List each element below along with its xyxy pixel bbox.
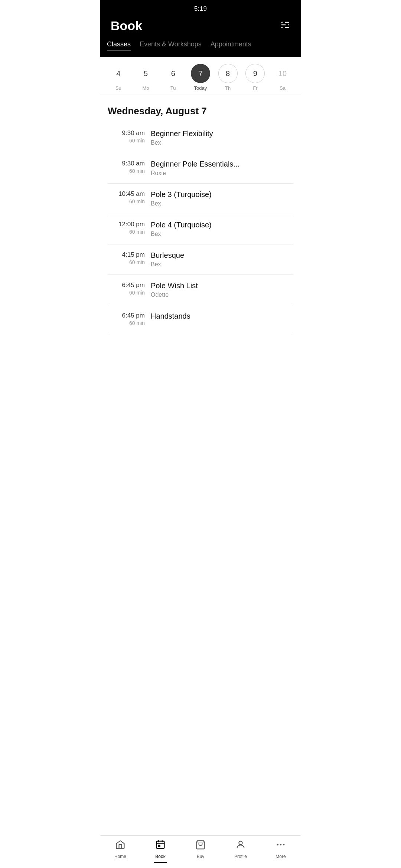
date-label-fr: Fr <box>253 85 257 91</box>
class-info-4: Burlesque Bex <box>151 251 293 268</box>
svg-rect-7 <box>158 845 160 847</box>
class-info-0: Beginner Flexibility Bex <box>151 129 293 146</box>
date-label-mo: Mo <box>143 85 149 91</box>
status-time: 5:19 <box>194 5 207 12</box>
nav-item-home[interactable]: Home <box>100 839 140 859</box>
class-time-3: 12:00 pm 60 min <box>108 221 145 235</box>
class-time-1: 9:30 am 60 min <box>108 160 145 174</box>
date-item-sun[interactable]: 4 Su <box>109 64 128 91</box>
svg-point-10 <box>277 844 279 846</box>
date-number-10: 10 <box>273 64 292 83</box>
buy-icon <box>195 839 206 852</box>
page-title: Book <box>111 19 142 33</box>
header: Book <box>100 15 301 40</box>
svg-point-4 <box>286 24 288 26</box>
class-info-2: Pole 3 (Turquoise) Bex <box>151 190 293 207</box>
filter-icon[interactable] <box>280 20 290 32</box>
class-time-6: 6:45 pm 60 min <box>108 312 145 326</box>
date-item-thu[interactable]: 8 Th <box>218 64 238 91</box>
status-bar: 5:19 <box>100 0 301 15</box>
nav-label-book: Book <box>155 854 165 859</box>
bottom-nav: Home Book Buy Prof <box>100 835 301 868</box>
date-item-mon[interactable]: 5 Mo <box>136 64 156 91</box>
nav-active-indicator <box>154 862 167 863</box>
svg-point-11 <box>280 844 282 846</box>
class-item-0[interactable]: 9:30 am 60 min Beginner Flexibility Bex <box>108 123 293 153</box>
profile-icon <box>235 839 246 852</box>
book-icon <box>155 839 166 852</box>
svg-point-5 <box>283 26 285 28</box>
tab-appointments[interactable]: Appointments <box>211 40 251 50</box>
svg-point-9 <box>239 841 242 845</box>
tab-classes[interactable]: Classes <box>107 40 131 50</box>
date-number-8: 8 <box>218 64 238 83</box>
date-item-today[interactable]: 7 Today <box>191 64 210 91</box>
filter-svg <box>280 20 290 30</box>
date-number-4: 4 <box>109 64 128 83</box>
more-icon <box>276 839 286 852</box>
class-time-2: 10:45 am 60 min <box>108 190 145 204</box>
class-item-5[interactable]: 6:45 pm 60 min Pole Wish List Odette <box>108 275 293 305</box>
nav-item-more[interactable]: More <box>261 839 301 859</box>
date-number-9: 9 <box>245 64 265 83</box>
home-icon <box>115 839 125 852</box>
date-label-tu: Tu <box>170 85 176 91</box>
date-item-sat[interactable]: 10 Sa <box>273 64 292 91</box>
class-info-6: Handstands <box>151 312 293 322</box>
date-number-6: 6 <box>163 64 183 83</box>
date-number-7: 7 <box>191 64 210 83</box>
class-info-5: Pole Wish List Odette <box>151 282 293 298</box>
schedule-content: Wednesday, August 7 9:30 am 60 min Begin… <box>100 95 301 370</box>
date-label-th: Th <box>225 85 231 91</box>
nav-label-buy: Buy <box>197 854 205 859</box>
date-label-today: Today <box>194 85 207 91</box>
svg-rect-6 <box>157 841 164 849</box>
nav-label-profile: Profile <box>234 854 247 859</box>
class-item-4[interactable]: 4:15 pm 60 min Burlesque Bex <box>108 244 293 275</box>
date-number-5: 5 <box>136 64 156 83</box>
tab-bar: Classes Events & Workshops Appointments <box>100 40 301 57</box>
svg-point-3 <box>283 21 285 23</box>
date-item-tue[interactable]: 6 Tu <box>163 64 183 91</box>
class-item-3[interactable]: 12:00 pm 60 min Pole 4 (Turquoise) Bex <box>108 214 293 244</box>
class-item-1[interactable]: 9:30 am 60 min Beginner Pole Essentials.… <box>108 153 293 184</box>
date-label-su: Su <box>115 85 121 91</box>
class-info-1: Beginner Pole Essentials... Roxie <box>151 160 293 177</box>
class-time-4: 4:15 pm 60 min <box>108 251 145 265</box>
class-info-3: Pole 4 (Turquoise) Bex <box>151 221 293 237</box>
class-item-6[interactable]: 6:45 pm 60 min Handstands <box>108 305 293 333</box>
date-item-fri[interactable]: 9 Fr <box>245 64 265 91</box>
nav-label-home: Home <box>114 854 126 859</box>
nav-item-book[interactable]: Book <box>140 839 180 859</box>
class-item-2[interactable]: 10:45 am 60 min Pole 3 (Turquoise) Bex <box>108 184 293 214</box>
nav-label-more: More <box>276 854 286 859</box>
class-time-0: 9:30 am 60 min <box>108 129 145 144</box>
day-header: Wednesday, August 7 <box>108 95 293 123</box>
nav-item-profile[interactable]: Profile <box>221 839 261 859</box>
class-time-5: 6:45 pm 60 min <box>108 282 145 296</box>
date-picker: 4 Su 5 Mo 6 Tu 7 Today 8 Th 9 Fr 10 Sa <box>100 57 301 95</box>
date-label-sa: Sa <box>280 85 286 91</box>
nav-item-buy[interactable]: Buy <box>180 839 221 859</box>
svg-point-12 <box>283 844 285 846</box>
tab-events[interactable]: Events & Workshops <box>140 40 202 50</box>
